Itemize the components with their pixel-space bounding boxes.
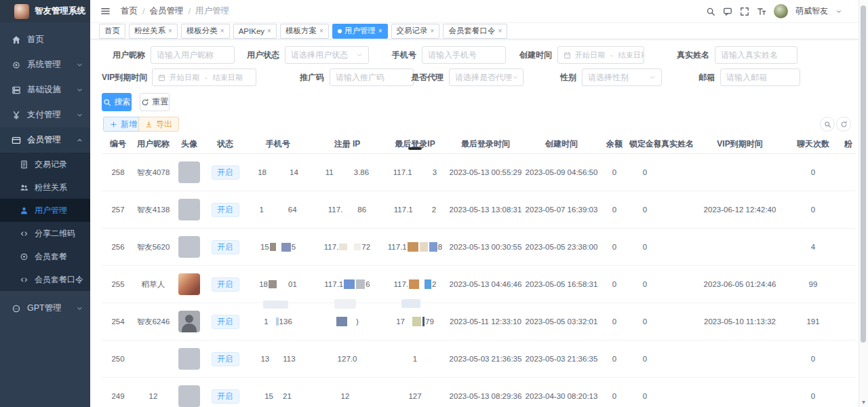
reset-button[interactable]: 重置: [140, 93, 170, 111]
close-icon[interactable]: ×: [378, 28, 382, 35]
sidebar-item-2[interactable]: 基础设施: [0, 77, 90, 102]
close-icon[interactable]: ×: [168, 28, 172, 35]
sidebar-subitem-2[interactable]: 用户管理: [0, 199, 90, 222]
filter-select[interactable]: 请选择用户状态: [285, 46, 369, 64]
sidebar-item-gpt[interactable]: GPT管理: [0, 296, 90, 321]
zoom-circle-button[interactable]: [820, 117, 835, 132]
tag-4[interactable]: 模板方案×: [280, 24, 329, 39]
filter-input[interactable]: 请输入用户昵称: [151, 46, 235, 64]
censored-blank: [405, 322, 412, 322]
censored-blank: [342, 210, 357, 210]
column-header-7[interactable]: 最后登录时间: [448, 138, 524, 150]
column-header-6[interactable]: 最后登录IP: [382, 138, 448, 150]
table-row[interactable]: 24912开启1521121272023-05-13 08:29:362023-…: [102, 378, 856, 407]
scrollbar-thumb[interactable]: [861, 5, 866, 343]
tag-label: 模板分类: [186, 26, 218, 36]
search-button[interactable]: 搜索: [102, 93, 132, 111]
sidebar-subitem-1[interactable]: 粉丝关系: [0, 176, 90, 199]
column-header-5[interactable]: 注册 IP: [312, 138, 382, 150]
close-icon[interactable]: ×: [431, 28, 435, 35]
filter-input[interactable]: 请输入真实姓名: [715, 46, 797, 64]
column-header-13[interactable]: 聊天次数: [785, 138, 841, 150]
breadcrumb-separator: /: [142, 7, 144, 16]
cell-id: 249: [102, 392, 134, 400]
user-avatar[interactable]: [774, 4, 788, 18]
tag-0[interactable]: 首页: [99, 24, 125, 39]
avatar: [178, 236, 200, 258]
breadcrumb-item-0[interactable]: 首页: [121, 5, 138, 17]
close-icon[interactable]: ×: [319, 28, 323, 35]
input-placeholder: 请输入手机号: [428, 50, 477, 61]
cell-status: 开启: [206, 166, 244, 180]
cell-chats: 0: [785, 168, 841, 176]
column-header-1[interactable]: 用户昵称: [134, 138, 172, 150]
tag-1[interactable]: 粉丝关系×: [129, 24, 178, 39]
username[interactable]: 萌威智友: [795, 5, 828, 17]
cell-last-login: 2023-05-13 04:46:46: [448, 280, 524, 288]
sidebar-item-4[interactable]: 会员管理: [0, 128, 90, 153]
sidebar-item-label: 首页: [27, 34, 44, 45]
column-header-2[interactable]: 头像: [172, 138, 206, 150]
chevron-down-icon[interactable]: [835, 8, 842, 15]
export-button[interactable]: 导出: [138, 117, 179, 132]
tag-7[interactable]: 会员套餐口令×: [443, 24, 507, 39]
table-row[interactable]: 258智友4078开启1814113.86117.132023-05-13 00…: [102, 154, 856, 191]
page-scrollbar[interactable]: ▾: [859, 0, 868, 407]
close-icon[interactable]: ×: [267, 28, 271, 35]
censored-text-fragment: 117.1: [394, 206, 413, 214]
table-row[interactable]: 256智友5620开启155117.72117.182023-05-13 00:…: [102, 229, 856, 266]
column-header-12[interactable]: VIP到期时间: [694, 138, 785, 150]
column-header-4[interactable]: 手机号: [244, 138, 312, 150]
table-row[interactable]: 255稻草人开启1801117.16117.22023-05-13 04:46:…: [102, 266, 856, 303]
breadcrumb-item-1[interactable]: 会员管理: [149, 5, 183, 17]
sidebar-item-3[interactable]: 支付管理: [0, 102, 90, 128]
column-header-14[interactable]: 粉: [841, 138, 856, 150]
scrollbar-down-arrow[interactable]: ▾: [859, 398, 868, 406]
close-icon[interactable]: ×: [498, 28, 502, 35]
tag-6[interactable]: 交易记录×: [391, 24, 440, 39]
column-header-3[interactable]: 状态: [206, 138, 244, 150]
cell-vip-expire: 2023-06-12 12:42:40: [694, 206, 785, 214]
app-logo[interactable]: 智友管理系统: [0, 0, 90, 22]
table-row[interactable]: 257智友4138开启164117.86117.122023-05-13 13:…: [102, 191, 856, 229]
filter-select[interactable]: 请选择性别: [582, 69, 662, 86]
censored-text-fragment: 2: [432, 280, 436, 288]
sidebar-subitem-5[interactable]: 会员套餐口令: [0, 268, 90, 291]
filter-input[interactable]: 请输入邮箱: [720, 69, 800, 86]
filter-select[interactable]: 请选择是否代理: [449, 69, 524, 86]
column-header-10[interactable]: 锁定金额: [629, 138, 660, 150]
caret-down-icon: [512, 74, 519, 81]
sidebar-item-0[interactable]: 首页: [0, 27, 90, 52]
fullscreen-icon[interactable]: [740, 7, 749, 16]
sidebar-subitem-0[interactable]: 交易记录: [0, 153, 90, 176]
mosaic-block: [409, 279, 419, 289]
table-row[interactable]: 250开启13113127.012023-05-03 21:36:352023-…: [102, 341, 856, 378]
filter-input[interactable]: 请输入手机号: [422, 46, 506, 64]
hamburger-icon[interactable]: [100, 6, 111, 16]
font-size-icon[interactable]: [757, 7, 766, 16]
column-header-11[interactable]: 真实姓名: [660, 138, 694, 150]
refresh-circle-button[interactable]: [836, 117, 851, 132]
filter-input[interactable]: 请输入推广码: [330, 69, 414, 86]
message-icon[interactable]: [723, 7, 732, 16]
cell-created: 2023-04-30 08:20:13: [524, 392, 599, 400]
close-icon[interactable]: ×: [220, 28, 224, 35]
tag-5[interactable]: 用户管理×: [332, 24, 388, 39]
search-icon[interactable]: [706, 7, 715, 16]
cell-locked: 0: [629, 243, 660, 251]
tag-3[interactable]: APIKey×: [233, 24, 277, 39]
sidebar-item-1[interactable]: 系统管理: [0, 52, 90, 77]
column-header-0[interactable]: 编号: [102, 138, 134, 150]
tag-2[interactable]: 模板分类×: [181, 24, 230, 39]
add-button[interactable]: 新增: [103, 117, 144, 132]
column-header-8[interactable]: 创建时间: [524, 138, 599, 150]
column-header-9[interactable]: 余额: [599, 138, 629, 150]
daterange-start: 开始日期: [170, 73, 199, 83]
sidebar-subitem-label: 分享二维码: [35, 228, 75, 239]
filter-daterange[interactable]: 开始日期-结束日期: [152, 69, 256, 86]
filter-daterange[interactable]: 开始日期-结束日期: [557, 46, 644, 64]
sidebar-subitem-4[interactable]: 会员套餐: [0, 245, 90, 268]
censored-text-fragment: 3.86: [354, 168, 369, 176]
table-row[interactable]: 254智友6246开启1136)17792023-05-11 12:33:102…: [102, 303, 856, 341]
sidebar-subitem-3[interactable]: 分享二维码: [0, 222, 90, 245]
